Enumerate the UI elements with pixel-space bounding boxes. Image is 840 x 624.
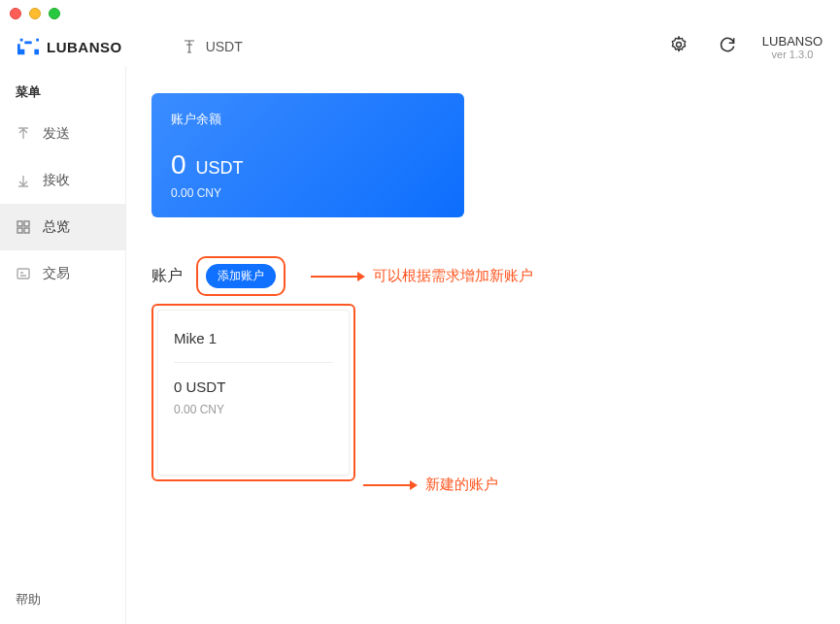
close-window-button[interactable] bbox=[10, 8, 21, 19]
svg-rect-1 bbox=[17, 221, 22, 226]
overview-icon bbox=[16, 220, 31, 234]
send-icon bbox=[16, 127, 31, 141]
arrow-icon bbox=[311, 270, 365, 283]
svg-rect-4 bbox=[24, 228, 29, 233]
svg-rect-3 bbox=[17, 228, 22, 233]
divider bbox=[174, 362, 333, 363]
help-link[interactable]: 帮助 bbox=[0, 575, 125, 624]
svg-point-0 bbox=[676, 43, 681, 48]
brand-version: LUBANSO ver 1.3.0 bbox=[762, 34, 823, 60]
balance-unit: USDT bbox=[196, 158, 244, 179]
annotation-highlight-add: 添加账户 bbox=[196, 256, 286, 296]
menu-title: 菜单 bbox=[0, 78, 125, 111]
arrow-icon bbox=[363, 478, 418, 492]
sidebar-item-label: 发送 bbox=[43, 125, 70, 143]
annotation-text: 可以根据需求增加新账户 bbox=[373, 267, 533, 285]
main-content: 账户余额 0 USDT 0.00 CNY 账户 添加账户 可以根据需求增加新账户… bbox=[126, 66, 840, 624]
balance-amount: 0 bbox=[171, 149, 186, 181]
sidebar: 菜单 发送 接收 总览 交易 帮助 bbox=[0, 66, 126, 624]
balance-card: 账户余额 0 USDT 0.00 CNY bbox=[151, 93, 464, 217]
tether-icon bbox=[183, 38, 196, 56]
maximize-window-button[interactable] bbox=[49, 8, 60, 19]
svg-rect-5 bbox=[17, 269, 29, 279]
window-titlebar bbox=[0, 0, 840, 27]
svg-rect-2 bbox=[24, 221, 29, 226]
version-label: ver 1.3.0 bbox=[762, 49, 823, 60]
account-balance: 0 USDT bbox=[174, 378, 333, 395]
logo-text: LUBANSO bbox=[47, 39, 122, 55]
app-logo: LUBANSO bbox=[17, 38, 122, 55]
sidebar-item-transactions[interactable]: 交易 bbox=[0, 250, 125, 297]
account-card[interactable]: Mike 1 0 USDT 0.00 CNY bbox=[157, 310, 350, 476]
minimize-window-button[interactable] bbox=[29, 8, 41, 19]
accounts-label: 账户 bbox=[151, 266, 183, 286]
sidebar-item-send[interactable]: 发送 bbox=[0, 111, 125, 157]
account-sub: 0.00 CNY bbox=[174, 403, 333, 416]
sidebar-item-overview[interactable]: 总览 bbox=[0, 204, 125, 250]
sidebar-item-receive[interactable]: 接收 bbox=[0, 157, 125, 204]
annotation-add-account: 可以根据需求增加新账户 bbox=[299, 267, 533, 285]
annotation-highlight-card: Mike 1 0 USDT 0.00 CNY bbox=[151, 304, 355, 481]
account-name: Mike 1 bbox=[174, 330, 333, 346]
settings-button[interactable] bbox=[669, 35, 689, 58]
add-account-button[interactable]: 添加账户 bbox=[206, 264, 276, 288]
receive-icon bbox=[16, 174, 31, 187]
transactions-icon bbox=[16, 267, 31, 280]
sidebar-item-label: 总览 bbox=[43, 218, 70, 236]
gear-icon bbox=[669, 35, 689, 58]
annotation-text: 新建的账户 bbox=[425, 476, 498, 494]
balance-title: 账户余额 bbox=[171, 111, 445, 128]
currency-label: USDT bbox=[206, 39, 243, 54]
refresh-icon bbox=[718, 35, 737, 58]
sidebar-item-label: 交易 bbox=[43, 265, 70, 282]
currency-selector[interactable]: USDT bbox=[183, 38, 243, 56]
balance-sub: 0.00 CNY bbox=[171, 186, 445, 200]
app-header: LUBANSO USDT LUBANSO ver 1.3.0 bbox=[0, 27, 840, 66]
logo-icon bbox=[17, 38, 39, 55]
brand-name: LUBANSO bbox=[762, 34, 823, 49]
sidebar-item-label: 接收 bbox=[43, 172, 70, 189]
annotation-new-account: 新建的账户 bbox=[352, 476, 498, 494]
refresh-button[interactable] bbox=[718, 35, 737, 58]
